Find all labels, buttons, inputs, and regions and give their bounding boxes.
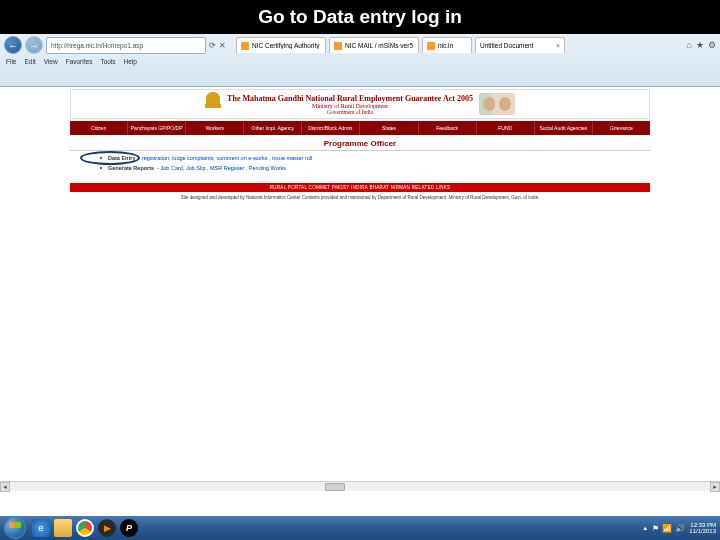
data-entry-link[interactable]: - registration, lodge complaints, commen… xyxy=(139,155,313,161)
bullet-data-entry: Data Entry - registration, lodge complai… xyxy=(100,155,620,161)
taskbar-ie-icon[interactable]: e xyxy=(32,519,50,537)
banner-photo xyxy=(479,93,515,115)
menu-tools[interactable]: Tools xyxy=(100,58,115,65)
banner-subtitle2: Government of India xyxy=(227,109,473,115)
taskbar-explorer-icon[interactable] xyxy=(54,519,72,537)
banner-title: The Mahatma Gandhi National Rural Employ… xyxy=(227,94,473,103)
tray-icons: ⚑ 📶 🔊 xyxy=(652,524,685,533)
horizontal-scrollbar[interactable]: ◄ ► xyxy=(0,481,720,491)
menu-help[interactable]: Help xyxy=(124,58,137,65)
nav-states[interactable]: States xyxy=(360,121,418,135)
favorites-icon[interactable]: ★ xyxy=(696,40,704,50)
favicon-flag-icon xyxy=(334,42,342,50)
date-text: 11/1/2013 xyxy=(689,528,716,534)
bullet-generate-reports: Generate Reports - Job Card, Job Slip , … xyxy=(100,165,620,171)
address-bar[interactable]: http://nrega.nic.in/Homepo1.asp xyxy=(46,37,206,54)
browser-tab[interactable]: NIC Certifying Authority xyxy=(236,37,326,53)
nav-other-impl[interactable]: Other Impl. Agency xyxy=(244,121,302,135)
tab-label: Untitled Document xyxy=(480,42,533,49)
national-emblem-icon xyxy=(205,92,221,116)
slide-title: Go to Data entry log in xyxy=(0,0,720,34)
nav-panchayats[interactable]: Panchayats GP/PO/DP xyxy=(128,121,186,135)
browser-tab[interactable]: NIC MAIL / mSIMs ver5 xyxy=(329,37,419,53)
tab-label: NIC MAIL / mSIMs ver5 xyxy=(345,42,413,49)
back-button[interactable]: ← xyxy=(4,36,22,54)
tab-label: NIC Certifying Authority xyxy=(252,42,320,49)
browser-tab[interactable]: Untitled Document × xyxy=(475,37,565,53)
tray-show-hidden-icon[interactable]: ▲ xyxy=(642,525,648,531)
taskbar-pinned-apps: e ▶ P xyxy=(32,519,138,537)
favicon-flag-icon xyxy=(241,42,249,50)
windows-taskbar: e ▶ P ▲ ⚑ 📶 🔊 12:33 PM 11/1/2013 xyxy=(0,516,720,540)
emphasis-annotation xyxy=(80,151,140,165)
bullet-icon xyxy=(100,167,102,169)
scroll-track[interactable] xyxy=(10,482,710,492)
forward-button[interactable]: → xyxy=(25,36,43,54)
menu-file[interactable]: File xyxy=(6,58,16,65)
related-links-strip[interactable]: RURAL PORTAL COMMET PMGSY INDIRA BHARAT … xyxy=(70,183,650,192)
site-banner: The Mahatma Gandhi National Rural Employ… xyxy=(70,89,650,119)
clock[interactable]: 12:33 PM 11/1/2013 xyxy=(689,522,716,534)
close-tab-icon[interactable]: × xyxy=(556,42,560,49)
system-tray: ▲ ⚑ 📶 🔊 12:33 PM 11/1/2013 xyxy=(642,522,716,534)
tray-network-icon[interactable]: 📶 xyxy=(662,524,672,533)
page-content: The Mahatma Gandhi National Rural Employ… xyxy=(0,87,720,491)
site-footer: Site designed and developed by National … xyxy=(70,195,650,200)
start-button[interactable] xyxy=(4,517,26,539)
gear-icon[interactable]: ⚙ xyxy=(708,40,716,50)
bullet-prefix: Generate Reports xyxy=(108,165,154,171)
taskbar-chrome-icon[interactable] xyxy=(76,519,94,537)
tray-flag-icon[interactable]: ⚑ xyxy=(652,524,659,533)
nav-grievance[interactable]: Grievance xyxy=(593,121,650,135)
nav-feedback[interactable]: Feedback xyxy=(419,121,477,135)
menu-view[interactable]: View xyxy=(44,58,58,65)
taskbar-app-icon[interactable]: P xyxy=(120,519,138,537)
browser-chrome: ← → http://nrega.nic.in/Homepo1.asp ⟳ ✕ … xyxy=(0,34,720,87)
tab-label: nic.in xyxy=(438,42,453,49)
main-navigation: Citizen Panchayats GP/PO/DP Workers Othe… xyxy=(70,121,650,135)
scroll-thumb[interactable] xyxy=(325,483,345,491)
nav-fund[interactable]: FUND xyxy=(477,121,535,135)
page-heading: Programme Officer xyxy=(70,139,650,151)
banner-text: The Mahatma Gandhi National Rural Employ… xyxy=(227,94,473,115)
tray-volume-icon[interactable]: 🔊 xyxy=(675,524,685,533)
menu-edit[interactable]: Edit xyxy=(24,58,35,65)
menu-bar: File Edit View Favorites Tools Help xyxy=(0,56,720,67)
nav-social-audit[interactable]: Social Audit Agencies xyxy=(535,121,593,135)
nav-citizen[interactable]: Citizen xyxy=(70,121,128,135)
taskbar-media-icon[interactable]: ▶ xyxy=(98,519,116,537)
scroll-left-button[interactable]: ◄ xyxy=(0,482,10,492)
scroll-right-button[interactable]: ► xyxy=(710,482,720,492)
menu-favorites[interactable]: Favorites xyxy=(66,58,93,65)
address-bar-row: ← → http://nrega.nic.in/Homepo1.asp ⟳ ✕ … xyxy=(0,34,720,56)
browser-tab[interactable]: nic.in xyxy=(422,37,472,53)
refresh-icon[interactable]: ⟳ xyxy=(209,41,216,50)
nav-workers[interactable]: Workers xyxy=(186,121,244,135)
favicon-flag-icon xyxy=(427,42,435,50)
nav-district-block[interactable]: District/Block Admin. xyxy=(302,121,360,135)
home-icon[interactable]: ⌂ xyxy=(687,40,692,50)
generate-reports-link[interactable]: - Job Card, Job Slip , MSR Register , Pe… xyxy=(157,165,286,171)
stop-icon[interactable]: ✕ xyxy=(219,41,226,50)
